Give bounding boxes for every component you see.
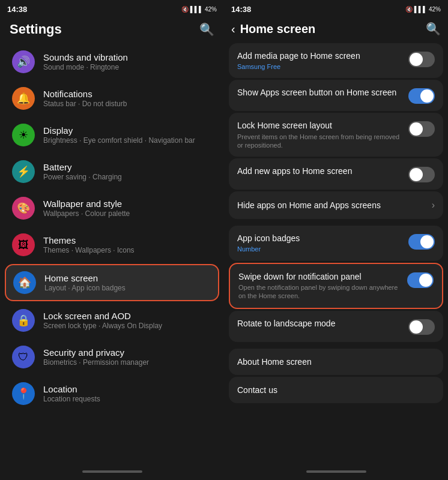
wallpaper-subtitle: Wallpapers · Colour palette	[43, 209, 212, 218]
about-home-item[interactable]: About Home screen	[229, 349, 443, 375]
right-status-time: 14:38	[231, 5, 251, 14]
lockscreen-subtitle: Screen lock type · Always On Display	[43, 322, 212, 330]
homescreen-subtitle: Layout · App icon badges	[44, 284, 211, 292]
sidebar-item-homescreen[interactable]: 🏠 Home screen Layout · App icon badges	[5, 264, 219, 301]
toggle-item-rotate-landscape[interactable]: Rotate to landscape mode	[229, 311, 443, 342]
left-nav-pill	[82, 470, 142, 473]
app-icon-badges-title: App icon badges	[237, 233, 402, 244]
lock-layout-title: Lock Home screen layout	[237, 120, 402, 131]
sounds-subtitle: Sound mode · Ringtone	[43, 63, 212, 71]
right-mute-icon: 🔇	[405, 6, 413, 13]
location-icon: 📍	[12, 382, 35, 405]
add-media-title: Add media page to Home screen	[237, 50, 402, 61]
hide-apps-title: Hide apps on Home and Apps screens	[237, 200, 432, 210]
sidebar-item-location[interactable]: 📍 Location Location requests	[5, 376, 219, 411]
toggle-item-show-apps[interactable]: Show Apps screen button on Home screen	[229, 80, 443, 111]
app-icon-badges-knob	[420, 235, 434, 248]
add-new-apps-toggle[interactable]	[408, 167, 435, 182]
left-settings-list: 🔊 Sounds and vibration Sound mode · Ring…	[0, 44, 224, 463]
lockscreen-icon: 🔒	[12, 309, 35, 332]
display-subtitle: Brightness · Eye comfort shield · Naviga…	[43, 136, 212, 145]
right-battery-icon: 42%	[429, 6, 441, 13]
swipe-notification-subtitle: Open the notification panel by swiping d…	[238, 283, 401, 301]
battery-icon: ⚡	[12, 160, 35, 183]
lock-layout-knob	[410, 122, 423, 136]
sidebar-item-lockscreen[interactable]: 🔒 Lock screen and AOD Screen lock type ·…	[5, 303, 219, 338]
sidebar-item-display[interactable]: ☀ Display Brightness · Eye comfort shiel…	[5, 118, 219, 152]
notifications-icon: 🔔	[12, 87, 35, 110]
toggle-item-add-media[interactable]: Add media page to Home screen Samsung Fr…	[229, 43, 443, 78]
sidebar-item-notifications[interactable]: 🔔 Notifications Status bar · Do not dist…	[5, 81, 219, 116]
show-apps-title: Show Apps screen button on Home screen	[237, 87, 402, 98]
toggle-item-hide-apps[interactable]: Hide apps on Home and Apps screens ›	[229, 191, 443, 219]
homescreen-icon: 🏠	[13, 271, 36, 294]
back-button[interactable]: ‹	[231, 22, 235, 36]
homescreen-title: Home screen	[44, 273, 211, 283]
add-new-apps-title: Add new apps to Home screen	[237, 166, 402, 176]
location-subtitle: Location requests	[43, 395, 212, 403]
right-settings-list: Add media page to Home screen Samsung Fr…	[224, 43, 448, 463]
display-title: Display	[43, 125, 212, 136]
show-apps-knob	[420, 89, 434, 103]
lockscreen-title: Lock screen and AOD	[43, 311, 212, 321]
left-nav-bar	[0, 463, 224, 480]
sidebar-item-wallpaper[interactable]: 🎨 Wallpaper and style Wallpapers · Colou…	[5, 191, 219, 226]
themes-icon: 🖼	[12, 233, 35, 256]
contact-us-item[interactable]: Contact us	[229, 377, 443, 403]
toggle-item-add-new-apps[interactable]: Add new apps to Home screen	[229, 158, 443, 190]
notifications-title: Notifications	[43, 89, 212, 99]
show-apps-toggle[interactable]	[408, 88, 435, 104]
sidebar-item-security[interactable]: 🛡 Security and privacy Biometrics · Perm…	[5, 340, 219, 374]
right-nav-pill	[306, 470, 366, 473]
themes-title: Themes	[43, 235, 212, 245]
left-page-header: Settings 🔍	[0, 17, 224, 44]
themes-subtitle: Themes · Wallpapers · Icons	[43, 246, 212, 254]
wallpaper-title: Wallpaper and style	[43, 199, 212, 209]
swipe-notification-toggle[interactable]	[407, 272, 434, 288]
sidebar-item-battery[interactable]: ⚡ Battery Power saving · Charging	[5, 154, 219, 189]
add-new-apps-knob	[410, 168, 423, 181]
notifications-subtitle: Status bar · Do not disturb	[43, 100, 212, 108]
right-status-icons: 🔇 ▌▌▌ 42%	[405, 6, 441, 13]
battery-subtitle: Power saving · Charging	[43, 173, 212, 181]
wallpaper-icon: 🎨	[12, 197, 35, 220]
toggle-item-lock-layout[interactable]: Lock Home screen layout Prevent items on…	[229, 113, 443, 157]
toggle-item-swipe-notification[interactable]: Swipe down for notification panel Open t…	[229, 263, 443, 309]
security-subtitle: Biometrics · Permission manager	[43, 358, 212, 367]
hide-apps-chevron: ›	[432, 200, 435, 211]
lock-layout-subtitle: Prevent items on the Home screen from be…	[237, 133, 402, 150]
security-title: Security and privacy	[43, 347, 212, 358]
security-icon: 🛡	[12, 346, 35, 368]
app-icon-badges-toggle[interactable]	[408, 234, 435, 250]
sidebar-item-sounds[interactable]: 🔊 Sounds and vibration Sound mode · Ring…	[5, 44, 219, 79]
sounds-icon: 🔊	[12, 50, 35, 73]
rotate-landscape-toggle[interactable]	[408, 319, 435, 335]
rotate-landscape-title: Rotate to landscape mode	[237, 318, 402, 329]
right-page-title: Home screen	[240, 22, 421, 36]
battery-title: Battery	[43, 162, 212, 172]
left-page-title: Settings	[10, 22, 62, 37]
add-media-toggle[interactable]	[408, 52, 435, 67]
left-search-icon[interactable]: 🔍	[199, 22, 214, 37]
left-phone-panel: 14:38 🔇 ▌▌▌ 42% Settings 🔍 🔊 Sounds and …	[0, 0, 224, 480]
sounds-title: Sounds and vibration	[43, 52, 212, 62]
right-signal-icon: ▌▌▌	[414, 6, 427, 13]
left-signal-icon: ▌▌▌	[190, 6, 203, 13]
lock-layout-toggle[interactable]	[408, 121, 435, 137]
left-battery-icon: 42%	[205, 6, 217, 13]
swipe-notification-title: Swipe down for notification panel	[238, 271, 401, 282]
display-icon: ☀	[12, 124, 35, 146]
add-media-knob	[410, 53, 423, 66]
add-media-subtitle: Samsung Free	[237, 62, 402, 71]
contact-us-title: Contact us	[237, 385, 435, 395]
toggle-item-app-icon-badges[interactable]: App icon badges Number	[229, 226, 443, 260]
swipe-notification-knob	[419, 274, 432, 287]
right-search-icon[interactable]: 🔍	[426, 22, 441, 36]
right-status-bar: 14:38 🔇 ▌▌▌ 42%	[224, 0, 448, 17]
left-mute-icon: 🔇	[181, 6, 189, 13]
right-page-header: ‹ Home screen 🔍	[224, 17, 448, 43]
sidebar-item-themes[interactable]: 🖼 Themes Themes · Wallpapers · Icons	[5, 227, 219, 262]
left-status-icons: 🔇 ▌▌▌ 42%	[181, 6, 217, 13]
left-status-bar: 14:38 🔇 ▌▌▌ 42%	[0, 0, 224, 17]
right-nav-bar	[224, 463, 448, 480]
